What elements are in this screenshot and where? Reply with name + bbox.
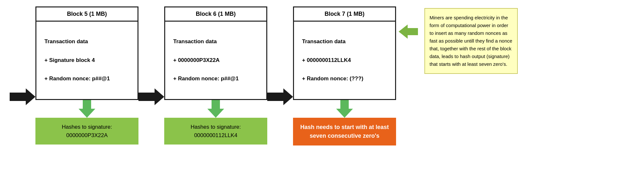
block5-line4 xyxy=(44,65,129,74)
info-box: Miners are spending electricity in the f… xyxy=(424,8,518,74)
block5-down-arrow-container xyxy=(35,100,138,118)
block6-line4 xyxy=(173,65,258,74)
block7-column: Block 7 (1 MB) Transaction data + 000000… xyxy=(293,6,396,145)
block7-body: Transaction data + 0000000112LLK4 + Rand… xyxy=(294,22,395,99)
block5-box: Block 5 (1 MB) Transaction data + Signat… xyxy=(35,6,138,100)
block6-hash-label: Hashes to signature: xyxy=(191,124,241,130)
arrow-into-block6 xyxy=(138,45,164,148)
block5-line2 xyxy=(44,46,129,56)
right-section xyxy=(399,6,418,121)
info-box-text: Miners are spending electricity in the f… xyxy=(430,15,512,67)
block5-line1: Transaction data xyxy=(44,37,129,46)
arrow-into-block5 xyxy=(10,45,35,148)
block5-line5: + Random nonce: p##@1 xyxy=(44,74,129,84)
block7-line5: + Random nonce: (???) xyxy=(302,74,387,84)
block5-down-arrow-icon xyxy=(79,100,95,118)
block7-line3: + 0000000112LLK4 xyxy=(302,56,387,65)
big-arrow-icon-2 xyxy=(138,89,164,105)
left-pointing-arrow-icon xyxy=(399,25,418,38)
block5-title: Block 5 (1 MB) xyxy=(36,7,137,22)
block6-hash-box: Hashes to signature: 0000000112LLK4 xyxy=(164,118,267,145)
block5-line3: + Signature block 4 xyxy=(44,56,129,65)
block6-down-arrow-container xyxy=(164,100,267,118)
block7-hash-value: Hash needs to start with at least seven … xyxy=(300,124,389,139)
block7-down-arrow-icon xyxy=(336,100,353,118)
block5-hash-box: Hashes to signature: 0000000P3X22A xyxy=(35,118,138,145)
block5-hash-value: 0000000P3X22A xyxy=(66,132,108,138)
block7-hash-box: Hash needs to start with at least seven … xyxy=(293,118,396,145)
big-arrow-icon xyxy=(10,89,35,105)
block6-body: Transaction data + 0000000P3X22A + Rando… xyxy=(165,22,266,99)
block6-line2 xyxy=(173,46,258,56)
block7-line2 xyxy=(302,46,387,56)
block7-line1: Transaction data xyxy=(302,37,387,46)
block7-down-arrow-container xyxy=(293,100,396,118)
block7-box: Block 7 (1 MB) Transaction data + 000000… xyxy=(293,6,396,100)
block6-line3: + 0000000P3X22A xyxy=(173,56,258,65)
main-container: Block 5 (1 MB) Transaction data + Signat… xyxy=(0,0,644,190)
block5-hash-label: Hashes to signature: xyxy=(62,124,112,130)
block6-hash-value: 0000000112LLK4 xyxy=(194,132,237,138)
big-arrow-icon-3 xyxy=(267,89,293,105)
block6-line5: + Random nonce: p##@1 xyxy=(173,74,258,84)
block6-box: Block 6 (1 MB) Transaction data + 000000… xyxy=(164,6,267,100)
block7-title: Block 7 (1 MB) xyxy=(294,7,395,22)
arrow-into-block7 xyxy=(267,45,293,148)
block6-down-arrow-icon xyxy=(208,100,224,118)
left-arrow-wrapper xyxy=(399,6,418,56)
block6-line1: Transaction data xyxy=(173,37,258,46)
block5-body: Transaction data + Signature block 4 + R… xyxy=(36,22,137,99)
block6-column: Block 6 (1 MB) Transaction data + 000000… xyxy=(164,6,267,145)
block5-column: Block 5 (1 MB) Transaction data + Signat… xyxy=(35,6,138,145)
block7-line4 xyxy=(302,65,387,74)
block6-title: Block 6 (1 MB) xyxy=(165,7,266,22)
